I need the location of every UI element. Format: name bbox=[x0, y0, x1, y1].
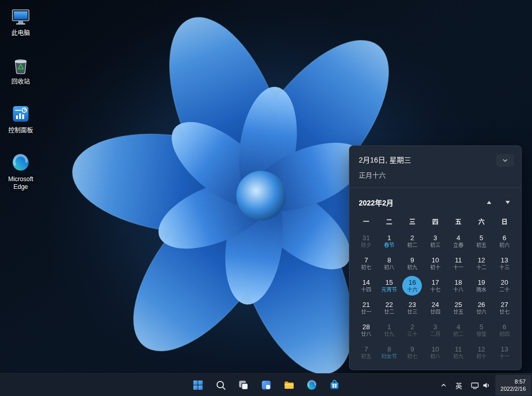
taskbar: 英 8:57 2022/2/16 bbox=[0, 373, 532, 396]
calendar-day-cell[interactable]: 10初十 bbox=[424, 252, 447, 274]
lunar-label: 雨水 bbox=[476, 287, 487, 293]
calendar-day-cell[interactable]: 2三十 bbox=[401, 319, 424, 341]
taskbar-center-icons bbox=[188, 375, 345, 395]
calendar-month-label: 2022年2月 bbox=[359, 197, 393, 208]
network-icon bbox=[470, 381, 479, 390]
calendar-day-cell[interactable]: 13十三 bbox=[493, 252, 516, 274]
lunar-label: 初三 bbox=[430, 242, 440, 248]
calendar-day-cell[interactable]: 27廿七 bbox=[493, 297, 516, 319]
file-explorer-button[interactable] bbox=[279, 375, 299, 395]
calendar-day-cell[interactable]: 5初五 bbox=[470, 230, 493, 252]
calendar-day-cell[interactable]: 12初十 bbox=[470, 341, 493, 363]
lunar-label: 初二 bbox=[453, 331, 464, 338]
search-icon bbox=[215, 379, 226, 391]
start-button[interactable] bbox=[188, 375, 208, 395]
calendar-prev-month-button[interactable] bbox=[480, 196, 498, 209]
calendar-day-cell[interactable]: 3二月 bbox=[424, 319, 447, 341]
desktop-icon-edge[interactable]: Microsoft Edge bbox=[1, 150, 40, 193]
calendar-day-cell[interactable]: 24廿四 bbox=[424, 297, 447, 319]
clock-date: 2022/2/16 bbox=[500, 386, 526, 392]
day-number: 14 bbox=[362, 278, 370, 287]
lunar-label: 春节 bbox=[384, 242, 394, 248]
calendar-day-cell[interactable]: 20二十 bbox=[493, 274, 516, 297]
calendar-day-cell[interactable]: 10初八 bbox=[424, 341, 447, 363]
calendar-day-cell-selected[interactable]: 16十六 bbox=[401, 274, 424, 297]
lunar-label: 初九 bbox=[453, 354, 464, 360]
clock[interactable]: 8:57 2022/2/16 bbox=[495, 375, 531, 395]
weekday-label: 四 bbox=[424, 214, 447, 230]
day-number: 7 bbox=[364, 345, 368, 354]
tray-overflow-button[interactable] bbox=[436, 375, 451, 395]
day-number: 16 bbox=[408, 278, 416, 287]
calendar-day-cell[interactable]: 1春节 bbox=[378, 230, 401, 252]
calendar-day-cell[interactable]: 12十二 bbox=[470, 252, 493, 274]
caret-down-icon bbox=[505, 200, 510, 204]
lunar-label: 除夕 bbox=[361, 242, 371, 248]
calendar-day-cell[interactable]: 1廿九 bbox=[378, 319, 401, 341]
widgets-button[interactable] bbox=[256, 375, 277, 395]
calendar-day-cell[interactable]: 21廿一 bbox=[355, 297, 378, 319]
windows-logo-icon bbox=[192, 379, 204, 391]
desktop-icon-control-panel[interactable]: 控制面板 bbox=[1, 101, 40, 137]
calendar-day-cell[interactable]: 7初五 bbox=[355, 341, 378, 363]
desktop-icon-label: Microsoft Edge bbox=[2, 175, 39, 191]
calendar-day-cell[interactable]: 15元宵节 bbox=[378, 274, 401, 297]
calendar-day-cell[interactable]: 7初七 bbox=[355, 252, 378, 274]
lunar-label: 廿五 bbox=[453, 309, 464, 315]
weekday-label: 六 bbox=[470, 214, 493, 230]
day-number: 6 bbox=[503, 323, 506, 331]
calendar-header: 2月16日, 星期三 正月十六 bbox=[349, 146, 521, 188]
calendar-day-cell[interactable]: 5惊蛰 bbox=[470, 319, 493, 341]
lunar-label: 初十 bbox=[476, 354, 487, 360]
calendar-collapse-button[interactable] bbox=[496, 154, 514, 167]
lunar-label: 妇女节 bbox=[382, 354, 397, 360]
calendar-day-cell[interactable]: 13十一 bbox=[493, 341, 516, 363]
calendar-day-cell[interactable]: 4立春 bbox=[447, 230, 470, 252]
calendar-day-cell[interactable]: 8初八 bbox=[378, 252, 401, 274]
calendar-next-month-button[interactable] bbox=[498, 196, 517, 209]
desktop-icon-this-pc[interactable]: 此电脑 bbox=[1, 4, 40, 39]
lunar-label: 初十 bbox=[430, 265, 440, 271]
calendar-day-cell[interactable]: 23廿三 bbox=[401, 297, 424, 319]
lunar-label: 初七 bbox=[361, 265, 371, 271]
day-number: 12 bbox=[478, 345, 485, 354]
calendar-day-cell[interactable]: 9初七 bbox=[401, 341, 424, 363]
calendar-day-cell[interactable]: 6初六 bbox=[493, 230, 516, 252]
lunar-label: 初九 bbox=[407, 265, 417, 271]
calendar-day-cell[interactable]: 3初三 bbox=[424, 230, 447, 252]
calendar-day-cell[interactable]: 25廿五 bbox=[447, 297, 470, 319]
day-number: 15 bbox=[386, 278, 393, 287]
lunar-label: 初四 bbox=[499, 331, 510, 338]
store-button[interactable] bbox=[324, 375, 345, 395]
caret-up-icon bbox=[487, 200, 492, 204]
day-number: 12 bbox=[478, 256, 485, 265]
calendar-day-cell[interactable]: 2初二 bbox=[401, 230, 424, 252]
calendar-day-cell[interactable]: 26廿六 bbox=[470, 297, 493, 319]
calendar-day-cell[interactable]: 31除夕 bbox=[355, 230, 378, 252]
calendar-day-cell[interactable]: 6初四 bbox=[493, 319, 516, 341]
calendar-day-cell[interactable]: 18十八 bbox=[447, 274, 470, 297]
desktop: 此电脑 回收站 控制面板 bbox=[0, 0, 532, 396]
desktop-icon-recycle-bin[interactable]: 回收站 bbox=[1, 53, 40, 88]
calendar-day-cell[interactable]: 4初二 bbox=[447, 319, 470, 341]
calendar-day-cell[interactable]: 11十一 bbox=[447, 252, 470, 274]
edge-button[interactable] bbox=[301, 375, 322, 395]
calendar-day-cell[interactable]: 11初九 bbox=[447, 341, 470, 363]
task-view-button[interactable] bbox=[233, 375, 254, 395]
lunar-label: 十三 bbox=[499, 265, 510, 271]
calendar-day-cell[interactable]: 14十四 bbox=[355, 274, 378, 297]
calendar-day-cell[interactable]: 19雨水 bbox=[470, 274, 493, 297]
calendar-day-cell[interactable]: 8妇女节 bbox=[378, 341, 401, 363]
lunar-label: 廿八 bbox=[361, 331, 371, 338]
calendar-day-cell[interactable]: 9初九 bbox=[401, 252, 424, 274]
ime-language-indicator[interactable]: 英 bbox=[452, 375, 466, 395]
lunar-label: 廿九 bbox=[384, 331, 394, 338]
calendar-day-cell[interactable]: 17十七 bbox=[424, 274, 447, 297]
network-volume-button[interactable] bbox=[467, 375, 494, 395]
calendar-day-cell[interactable]: 28廿八 bbox=[355, 319, 378, 341]
day-number: 3 bbox=[433, 234, 437, 242]
calendar-day-cell[interactable]: 22廿二 bbox=[378, 297, 401, 319]
search-button[interactable] bbox=[210, 375, 231, 395]
day-number: 5 bbox=[480, 234, 483, 242]
lunar-label: 廿三 bbox=[407, 309, 417, 315]
